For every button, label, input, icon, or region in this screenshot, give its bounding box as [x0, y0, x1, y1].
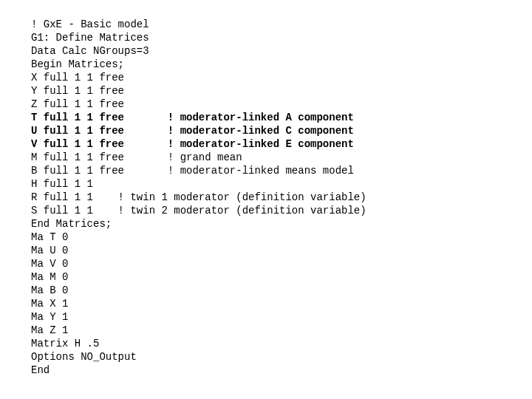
code-line: End Matrices; — [31, 217, 532, 231]
code-line: X full 1 1 free — [31, 71, 532, 84]
code-line: Matrix H .5 — [31, 337, 532, 350]
code-line: Options NO_Output — [31, 350, 532, 364]
code-line: Z full 1 1 free — [31, 98, 532, 111]
code-line: Data Calc NGroups=3 — [31, 44, 532, 58]
code-line: Ma T 0 — [31, 231, 532, 244]
code-line: U full 1 1 free ! moderator-linked C com… — [31, 124, 532, 137]
code-line: Ma Y 1 — [31, 310, 532, 324]
code-line: S full 1 1 ! twin 2 moderator (definitio… — [31, 204, 532, 217]
code-line: Begin Matrices; — [31, 58, 532, 71]
code-line: H full 1 1 — [31, 177, 532, 191]
code-line: B full 1 1 free ! moderator-linked means… — [31, 164, 532, 177]
code-line: Ma X 1 — [31, 297, 532, 310]
code-line: End — [31, 364, 532, 377]
code-line: G1: Define Matrices — [31, 31, 532, 44]
code-line: M full 1 1 free ! grand mean — [31, 151, 532, 164]
code-line: Ma M 0 — [31, 270, 532, 284]
code-line: ! GxE - Basic model — [31, 18, 532, 31]
code-line: Ma Z 1 — [31, 324, 532, 337]
code-line: Y full 1 1 free — [31, 84, 532, 98]
code-line: R full 1 1 ! twin 1 moderator (definitio… — [31, 191, 532, 204]
code-line: Ma V 0 — [31, 257, 532, 270]
code-line: Ma U 0 — [31, 244, 532, 257]
code-listing: ! GxE - Basic modelG1: Define MatricesDa… — [0, 0, 532, 377]
code-line: T full 1 1 free ! moderator-linked A com… — [31, 111, 532, 124]
code-line: Ma B 0 — [31, 284, 532, 297]
code-line: V full 1 1 free ! moderator-linked E com… — [31, 137, 532, 151]
